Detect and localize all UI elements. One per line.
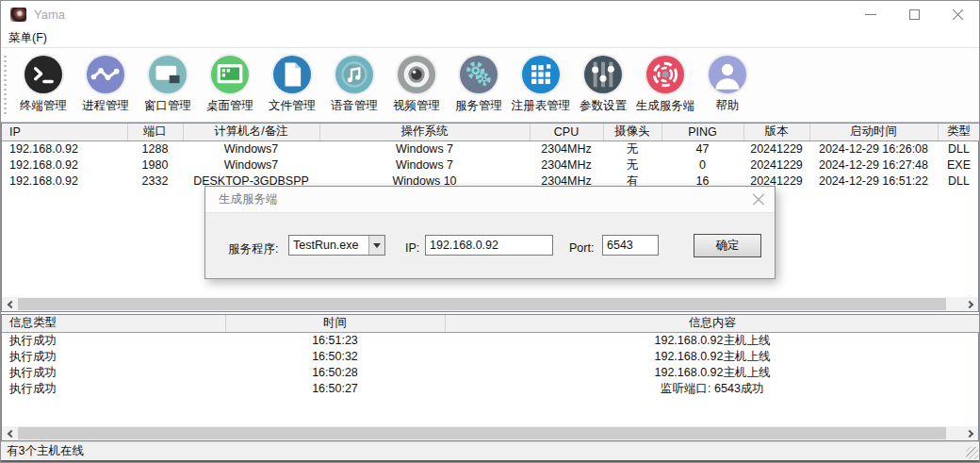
toolbar-button-label: 终端管理: [20, 98, 67, 114]
toolbar-button-camera-lens[interactable]: 视频管理: [385, 56, 448, 114]
cell: 执行成功: [2, 365, 225, 381]
toolbar-button-label: 窗口管理: [144, 98, 191, 114]
scroll-left-button[interactable]: [2, 426, 17, 440]
gears-icon: [460, 56, 498, 93]
cell: Windows 7: [319, 141, 530, 157]
toolbar-button-desktop[interactable]: 桌面管理: [199, 56, 261, 114]
cell: Windows7: [183, 157, 319, 174]
log-row[interactable]: 执行成功16:51:23192.168.0.92主机上线: [2, 332, 980, 349]
window-controls: [849, 1, 979, 28]
toolbar-button-label: 服务管理: [455, 98, 502, 114]
maximize-button[interactable]: [892, 1, 936, 28]
app-window: Yama 菜单(F) 终端管理进程管理窗口管理桌面管理文件管理语音管理视频管理服…: [0, 0, 980, 463]
hosts-table: IP端口计算机名/备注操作系统CPU摄像头PING版本启动时间类型 192.16…: [2, 124, 980, 190]
cell: 1288: [127, 141, 183, 157]
toolbar-button-gears[interactable]: 服务管理: [448, 56, 510, 114]
program-label: 服务程序:: [228, 241, 278, 257]
toolbar-button-person[interactable]: 帮助: [696, 56, 759, 114]
toolbar-button-sliders[interactable]: 参数设置: [572, 56, 634, 114]
host-row[interactable]: 192.168.0.921288Windows7Windows 72304MHz…: [2, 141, 980, 157]
cell: 20241229: [743, 157, 809, 174]
cell: 执行成功: [2, 349, 225, 365]
cell: 47: [662, 141, 743, 157]
port-label: Port:: [569, 241, 594, 255]
column-header[interactable]: IP: [2, 124, 127, 141]
log-horizontal-scrollbar[interactable]: [2, 426, 978, 440]
cell: 16:50:32: [225, 349, 445, 365]
toolbar-button-label: 参数设置: [580, 98, 627, 114]
hosts-header-row: IP端口计算机名/备注操作系统CPU摄像头PING版本启动时间类型: [2, 124, 980, 141]
toolbar-button-label: 帮助: [716, 98, 740, 114]
status-bar: 有3个主机在线: [1, 441, 979, 460]
toolbar-button-activity[interactable]: 进程管理: [74, 56, 137, 114]
host-row[interactable]: 192.168.0.921980Windows7Windows 72304MHz…: [2, 157, 980, 174]
log-table: 信息类型时间信息内容 执行成功16:51:23192.168.0.92主机上线执…: [2, 315, 980, 397]
target-icon: [646, 56, 684, 93]
scroll-right-button[interactable]: [963, 426, 978, 440]
cell: 2304MHz: [530, 141, 603, 157]
column-header[interactable]: 信息内容: [445, 315, 980, 332]
toolbar-button-window[interactable]: 窗口管理: [137, 56, 199, 114]
toolbar-button-target[interactable]: 生成服务端: [634, 56, 696, 114]
toolbar-button-label: 生成服务端: [636, 98, 695, 114]
column-header[interactable]: 版本: [743, 124, 809, 141]
cell: 16:51:23: [225, 332, 445, 349]
window-icon: [149, 56, 187, 93]
cell: 2304MHz: [530, 157, 603, 174]
toolbar-button-label: 桌面管理: [206, 98, 253, 114]
minimize-icon: [865, 14, 876, 15]
menu-item-file[interactable]: 菜单(F): [1, 30, 55, 46]
column-header[interactable]: 摄像头: [603, 124, 662, 141]
cell: 监听端口: 6543成功: [445, 381, 980, 397]
maximize-icon: [909, 9, 920, 20]
app-logo-icon: [10, 8, 26, 22]
scrollbar-thumb[interactable]: [18, 298, 946, 310]
scroll-left-button[interactable]: [2, 297, 17, 311]
dropdown-button[interactable]: [368, 236, 384, 255]
cell: 192.168.0.92主机上线: [445, 332, 980, 349]
toolbar-button-terminal[interactable]: 终端管理: [12, 56, 74, 114]
column-header[interactable]: 操作系统: [319, 124, 530, 141]
column-header[interactable]: CPU: [530, 124, 603, 141]
toolbar-button-music[interactable]: 语音管理: [323, 56, 385, 114]
hosts-horizontal-scrollbar[interactable]: [2, 297, 978, 311]
column-header[interactable]: 端口: [127, 124, 183, 141]
cell: 无: [603, 157, 662, 174]
log-row[interactable]: 执行成功16:50:28192.168.0.92主机上线: [2, 365, 980, 381]
toolbar-button-label: 视频管理: [393, 98, 440, 114]
toolbar-button-registry-grid[interactable]: 注册表管理: [510, 56, 572, 114]
toolbar-button-label: 文件管理: [269, 98, 316, 114]
toolbar-grip[interactable]: [4, 56, 7, 114]
ok-button[interactable]: 确定: [694, 234, 761, 257]
toolbar-items: 终端管理进程管理窗口管理桌面管理文件管理语音管理视频管理服务管理注册表管理参数设…: [12, 56, 759, 114]
column-header[interactable]: 类型: [938, 124, 980, 141]
dialog-close-button[interactable]: [752, 193, 765, 207]
chevron-down-icon: [373, 243, 381, 248]
resize-grip[interactable]: [966, 447, 978, 459]
column-header[interactable]: 启动时间: [809, 124, 938, 141]
title-bar: Yama: [1, 1, 979, 28]
column-header[interactable]: PING: [662, 124, 743, 141]
person-icon: [709, 56, 746, 93]
scrollbar-thumb[interactable]: [18, 427, 946, 439]
window-title: Yama: [34, 8, 65, 22]
chevron-left-icon: [7, 300, 14, 307]
column-header[interactable]: 计算机名/备注: [183, 124, 319, 141]
column-header[interactable]: 信息类型: [2, 315, 225, 332]
toolbar-button-file[interactable]: 文件管理: [261, 56, 323, 114]
scroll-right-button[interactable]: [963, 297, 978, 311]
cell: Windows 7: [319, 157, 530, 174]
program-select[interactable]: TestRun.exe: [288, 235, 385, 256]
cell: 1980: [127, 157, 183, 174]
column-header[interactable]: 时间: [225, 315, 445, 332]
desktop-icon: [211, 56, 249, 93]
cell: 16:50:28: [225, 365, 445, 381]
ip-input[interactable]: [425, 235, 553, 256]
minimize-button[interactable]: [849, 1, 892, 28]
log-row[interactable]: 执行成功16:50:32192.168.0.92主机上线: [2, 349, 980, 365]
cell: DLL: [938, 141, 980, 157]
sliders-icon: [584, 56, 622, 93]
log-row[interactable]: 执行成功16:50:27监听端口: 6543成功: [2, 381, 980, 397]
port-input[interactable]: [602, 235, 659, 256]
close-button[interactable]: [936, 1, 979, 28]
